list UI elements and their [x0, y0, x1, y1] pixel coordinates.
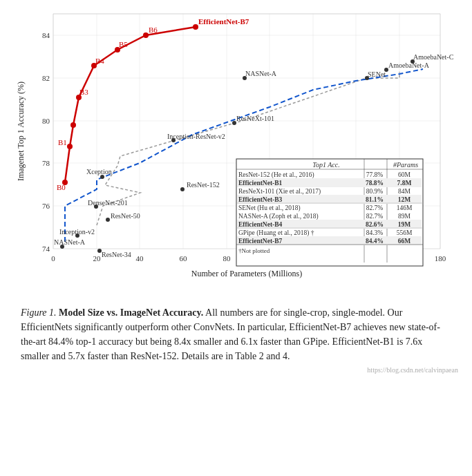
svg-text:B1: B1 [58, 138, 67, 146]
svg-text:Imagenet Top 1 Accuracy (%): Imagenet Top 1 Accuracy (%) [16, 82, 26, 181]
svg-text:77.8%: 77.8% [366, 171, 383, 178]
svg-text:†Not plotted: †Not plotted [238, 247, 270, 254]
svg-text:74: 74 [42, 245, 50, 253]
svg-text:82.6%: 82.6% [365, 221, 383, 228]
svg-point-39 [70, 122, 76, 128]
svg-text:80.9%: 80.9% [366, 188, 383, 195]
svg-text:66M: 66M [397, 238, 410, 245]
svg-text:Xception: Xception [86, 168, 112, 175]
svg-text:19M: 19M [397, 221, 410, 228]
svg-text:Inception-ResNet-v2: Inception-ResNet-v2 [167, 133, 225, 140]
svg-text:ResNeXt-101 (Xie et al., 2017): ResNeXt-101 (Xie et al., 2017) [238, 188, 321, 196]
svg-text:20: 20 [93, 254, 101, 263]
svg-text:0: 0 [51, 254, 55, 263]
svg-text:82.7%: 82.7% [366, 213, 383, 220]
svg-text:146M: 146M [396, 204, 412, 211]
svg-text:B0: B0 [57, 183, 66, 191]
svg-text:EfficientNet-B4: EfficientNet-B4 [238, 221, 283, 228]
svg-text:EfficientNet-B3: EfficientNet-B3 [238, 196, 283, 203]
svg-text:76: 76 [42, 202, 50, 210]
figure-label: Figure 1. [21, 307, 57, 318]
watermark: https://blog.csdn.net/calvinpaean [14, 366, 458, 374]
svg-text:60M: 60M [398, 171, 411, 178]
svg-text:EfficientNet-B7: EfficientNet-B7 [198, 17, 249, 26]
svg-text:7.8M: 7.8M [397, 180, 411, 187]
svg-text:B6: B6 [149, 26, 158, 34]
svg-text:84.4%: 84.4% [365, 238, 383, 245]
svg-text:AmoebaNet-C: AmoebaNet-C [413, 53, 454, 61]
svg-point-38 [67, 144, 73, 149]
svg-text:ResNet-50: ResNet-50 [111, 212, 140, 220]
svg-text:#Params: #Params [393, 161, 417, 169]
svg-text:556M: 556M [396, 229, 412, 236]
svg-text:84.3%: 84.3% [366, 229, 383, 236]
svg-text:NASNet-A (Zoph et al., 2018): NASNet-A (Zoph et al., 2018) [238, 213, 319, 220]
svg-text:B3: B3 [79, 88, 88, 96]
comparison-table: Top1 Acc. #Params ResNet-152 (He et al.,… [236, 159, 423, 266]
svg-text:B4: B4 [95, 57, 104, 65]
svg-text:84M: 84M [398, 188, 411, 195]
svg-text:40: 40 [135, 254, 144, 263]
svg-text:82: 82 [42, 74, 50, 82]
svg-text:12M: 12M [397, 196, 410, 203]
svg-text:EfficientNet-B1: EfficientNet-B1 [238, 180, 283, 187]
svg-text:ResNet-34: ResNet-34 [102, 251, 131, 258]
svg-text:ResNet-152 (He et al., 2016): ResNet-152 (He et al., 2016) [238, 171, 314, 179]
svg-text:60: 60 [179, 254, 187, 263]
svg-text:82.7%: 82.7% [366, 204, 383, 211]
figure-caption: Figure 1. Model Size vs. ImageNet Accura… [14, 305, 458, 363]
svg-text:Number of Parameters (Millions: Number of Parameters (Millions) [191, 269, 301, 278]
svg-text:EfficientNet-B7: EfficientNet-B7 [238, 238, 283, 245]
svg-text:GPipe (Huang et al., 2018) †: GPipe (Huang et al., 2018) † [238, 229, 314, 237]
svg-text:SENet (Hu et al., 2018): SENet (Hu et al., 2018) [238, 204, 301, 212]
svg-text:AmoebaNet-A: AmoebaNet-A [388, 61, 430, 69]
chart-svg: 74 76 78 80 82 84 0 20 40 60 80 100 120 … [15, 7, 457, 297]
svg-text:78.8%: 78.8% [365, 180, 383, 187]
svg-text:SENet: SENet [368, 70, 386, 78]
svg-text:NASNet-A: NASNet-A [54, 238, 86, 246]
page-container: 74 76 78 80 82 84 0 20 40 60 80 100 120 … [0, 0, 472, 381]
svg-text:78: 78 [42, 159, 50, 167]
svg-text:89M: 89M [398, 213, 411, 220]
svg-text:84: 84 [42, 31, 50, 39]
svg-text:80: 80 [42, 117, 50, 125]
svg-point-44 [193, 24, 198, 30]
svg-text:ResNet-152: ResNet-152 [187, 181, 220, 189]
svg-text:Top1 Acc.: Top1 Acc. [312, 161, 339, 169]
svg-text:ResNeXt-101: ResNeXt-101 [236, 115, 274, 122]
svg-text:80: 80 [223, 254, 231, 263]
svg-point-48 [106, 218, 110, 222]
svg-text:81.1%: 81.1% [365, 196, 383, 203]
svg-point-43 [143, 32, 149, 38]
svg-text:180: 180 [434, 254, 446, 263]
figure-title: Model Size vs. ImageNet Accuracy. [59, 307, 203, 318]
svg-text:DenseNet-201: DenseNet-201 [88, 199, 128, 207]
svg-point-51 [180, 187, 185, 191]
chart-area: 74 76 78 80 82 84 0 20 40 60 80 100 120 … [15, 7, 457, 297]
svg-text:B5: B5 [119, 40, 128, 48]
svg-text:NASNet-A: NASNet-A [245, 70, 277, 77]
svg-text:Inception-v2: Inception-v2 [59, 228, 95, 236]
